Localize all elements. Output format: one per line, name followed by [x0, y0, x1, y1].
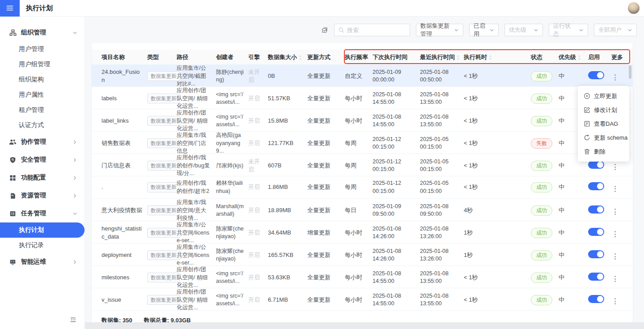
- more-actions-button[interactable]: [611, 162, 619, 172]
- column-header-duration[interactable]: 执行耗时: [464, 53, 531, 61]
- sidebar-subitem-tenant-management[interactable]: 租户管理: [0, 103, 85, 118]
- enabled: [588, 182, 611, 192]
- type-badge: 数据集更新: [147, 71, 180, 81]
- project-path: 应用创作/团队空间/ 精细化运营...: [177, 87, 216, 111]
- enabled: [588, 295, 611, 305]
- dataset-type: 数据集更新: [147, 205, 177, 215]
- type-badge: 数据集更新: [147, 250, 180, 260]
- column-header-path: 路径: [177, 53, 216, 61]
- enabled: [588, 205, 611, 216]
- sidebar-item-resource-management[interactable]: 资源管理: [0, 187, 85, 205]
- menu-toggle-button[interactable]: [0, 0, 20, 17]
- enable-toggle[interactable]: [588, 228, 604, 236]
- sort-icon: [488, 55, 492, 60]
- more-actions-button[interactable]: [611, 73, 619, 82]
- more-actions-button[interactable]: [611, 274, 619, 284]
- menu-item-view-dag[interactable]: 查看DAG: [578, 117, 629, 131]
- more-actions-button[interactable]: [611, 207, 619, 217]
- frequency: 自定义: [345, 72, 373, 80]
- status-badge: 成功: [531, 161, 552, 171]
- enable-toggle[interactable]: [588, 205, 604, 214]
- run-status-filter[interactable]: 运行状态: [549, 24, 588, 36]
- type-badge: 数据集更新: [147, 161, 180, 171]
- enabled: [588, 273, 611, 283]
- frequency: 每小时: [345, 273, 373, 282]
- type-badge: 数据集更新: [147, 138, 180, 148]
- table-row[interactable]: labels数据集更新应用创作/团队空间/ 精细化运营...<img src='…: [92, 87, 633, 109]
- chevron-right-icon: [72, 158, 77, 162]
- type-badge: 数据集更新: [147, 295, 180, 305]
- more-actions-button[interactable]: [611, 296, 619, 306]
- enable-toggle[interactable]: [588, 250, 604, 258]
- scrollbar-thumb[interactable]: [629, 65, 631, 79]
- more-actions-button[interactable]: [611, 184, 619, 194]
- batch-select-icon[interactable]: [321, 26, 328, 34]
- menu-item-edit-plan[interactable]: 修改计划: [578, 103, 629, 117]
- sidebar-subitem-execution-plan[interactable]: 执行计划: [0, 222, 85, 238]
- table-row[interactable]: label_links数据集更新应用创作/团队空间/ 精细化运营...<img …: [92, 109, 633, 132]
- duration: 1秒: [464, 251, 531, 259]
- enabled: [588, 250, 611, 261]
- sidebar-subitem-user-group-management[interactable]: 用户组管理: [0, 57, 85, 72]
- next-run-time: 2025-01-0814:26:00: [373, 225, 420, 241]
- status-badge: 成功: [531, 205, 552, 216]
- last-run-time: 2025-01-0813:26:00: [420, 225, 464, 241]
- priority-filter[interactable]: 优先级: [504, 24, 543, 36]
- column-header-priority[interactable]: 优先级: [559, 53, 588, 61]
- more-actions-button[interactable]: [611, 252, 619, 261]
- user-filter[interactable]: 全部用户: [594, 24, 637, 36]
- project-name: v_issue: [102, 296, 147, 304]
- type-badge: 数据集更新: [147, 205, 180, 215]
- sidebar-item-label: 协作管理: [21, 138, 68, 146]
- table-row[interactable]: hengshi_statistic_data数据集更新应用集市/公共空间/lic…: [92, 221, 633, 244]
- enable-toggle[interactable]: [588, 71, 604, 79]
- sidebar-item-feature-config[interactable]: 功能配置: [0, 169, 85, 187]
- menu-item-update-schema[interactable]: 更新 schema: [578, 131, 629, 145]
- table-row[interactable]: 意大利疫情数据数据集更新应用集市/我的空间/意大利疫情...Marshall(m…: [92, 199, 633, 221]
- dataset-update-type-filter[interactable]: 数据集更新管理: [416, 24, 463, 36]
- table-row[interactable]: milestones数据集更新应用创作/团队空间/ 精细化运营...<img s…: [92, 266, 633, 288]
- sidebar-item-task-management[interactable]: 任务管理: [0, 205, 85, 222]
- column-header-last-run[interactable]: 最近执行时间: [420, 53, 464, 61]
- frequency: 每日: [345, 206, 373, 214]
- sidebar-subitem-user-attributes[interactable]: 用户属性: [0, 87, 85, 103]
- enable-toggle[interactable]: [588, 182, 604, 190]
- search-input[interactable]: [347, 27, 406, 34]
- sidebar-subitem-org-structure[interactable]: 组织架构: [0, 72, 85, 87]
- avatar[interactable]: [628, 2, 640, 14]
- engine-status: 开启: [248, 117, 268, 125]
- enabled-filter[interactable]: 已启用: [469, 24, 499, 36]
- dataset-type: 数据集更新: [147, 228, 177, 238]
- collapse-sidebar-icon[interactable]: [70, 316, 76, 323]
- enable-toggle[interactable]: [588, 273, 604, 281]
- project-path: 应用创作/团队空间/ 精细化运营...: [177, 266, 216, 290]
- status: 成功: [531, 94, 559, 104]
- enable-toggle[interactable]: [588, 295, 604, 303]
- sidebar-item-org-management[interactable]: 组织管理: [0, 24, 85, 42]
- sidebar-subitem-execution-records[interactable]: 执行记录: [0, 238, 85, 253]
- last-run-time: 2025-01-0813:26:00: [420, 248, 464, 263]
- last-run-time: 2025-01-0500:15:00: [420, 179, 464, 195]
- table-row[interactable]: 销售数据表数据集更新应用集市/我的空间/门店信息高艳阳(gaoyanyang9.…: [92, 132, 633, 154]
- table-row[interactable]: 24.book_Fusion数据集更新应用集市/公共空间/截图对比#...陈静(…: [92, 64, 633, 87]
- sidebar-subitem-auth-method[interactable]: 认证方式: [0, 118, 85, 133]
- column-header-size[interactable]: 数据集大小: [268, 53, 307, 61]
- creator: <img src='/assets/i...: [216, 292, 248, 308]
- table-row[interactable]: v_issue数据集更新应用创作/团队空间/ 精细化运营...<img src=…: [92, 288, 633, 311]
- menu-item-update-now[interactable]: 立即更新: [578, 89, 629, 103]
- sidebar-footer: [0, 310, 85, 329]
- org-icon: [9, 29, 17, 37]
- menu-item-delete[interactable]: 删除: [578, 145, 629, 158]
- enable-toggle[interactable]: [588, 161, 604, 169]
- sidebar-item-collaboration-management[interactable]: 协作管理: [0, 133, 85, 151]
- table-row[interactable]: .数据集更新应用创作/我的创作/超市2赖林华(lailinhua)开启1.86M…: [92, 176, 633, 199]
- update-method: 全量更新: [307, 251, 345, 259]
- sort-icon: [298, 55, 302, 60]
- sidebar-subitem-user-management[interactable]: 用户管理: [0, 42, 85, 57]
- dataset-size: 165.57KB: [268, 251, 307, 259]
- table-row[interactable]: 门店信息表数据集更新应用创作/我的创作/bug复现/分...邝家帅(kjs)未开…: [92, 154, 633, 176]
- table-row[interactable]: deployment数据集更新应用集市/公共空间/license-ser...陈…: [92, 244, 633, 266]
- sidebar-item-intelligent-ops[interactable]: 智能运维: [0, 253, 85, 271]
- sidebar-item-security-management[interactable]: 安全管理: [0, 151, 85, 169]
- more-actions-button[interactable]: [611, 229, 619, 239]
